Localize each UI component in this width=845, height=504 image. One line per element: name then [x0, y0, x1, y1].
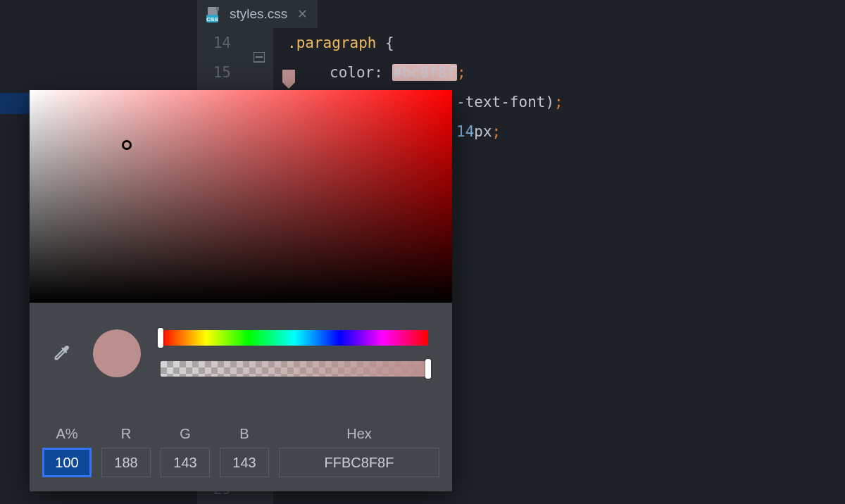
- r-label: R: [121, 426, 131, 442]
- alpha-label: A%: [56, 426, 77, 442]
- css-file-icon: CSS: [206, 6, 223, 23]
- editor-tab-styles-css[interactable]: CSS styles.css ✕: [197, 0, 318, 28]
- sidebar-selection-highlight: [0, 93, 34, 114]
- line-number: 15: [197, 58, 231, 87]
- tab-filename-label: styles.css: [230, 6, 287, 22]
- alpha-input[interactable]: 100: [42, 448, 92, 477]
- hue-slider[interactable]: [161, 330, 428, 346]
- sv-cursor-handle[interactable]: [122, 140, 132, 150]
- red-input[interactable]: 188: [101, 448, 151, 477]
- hue-slider-thumb[interactable]: [158, 328, 163, 348]
- green-input-group: G 143: [161, 426, 210, 477]
- close-icon[interactable]: ✕: [297, 6, 308, 22]
- code-line[interactable]: color: #bc8f8f;: [273, 58, 845, 87]
- hex-label: Hex: [346, 426, 372, 442]
- alpha-slider-thumb[interactable]: [425, 359, 431, 379]
- hex-input[interactable]: FFBC8F8F: [279, 448, 439, 477]
- line-number: 14: [197, 28, 231, 58]
- editor-tab-bar: CSS styles.css ✕: [197, 0, 845, 28]
- code-line[interactable]: .paragraph {: [273, 28, 845, 58]
- color-preview-circle: [93, 329, 141, 377]
- css-hex-value-token: #bc8f8f: [392, 64, 458, 81]
- green-input[interactable]: 143: [161, 448, 210, 477]
- hex-input-group: Hex FFBC8F8F: [279, 426, 439, 477]
- css-selector-token: .paragraph: [287, 34, 376, 51]
- blue-input[interactable]: 143: [220, 448, 269, 477]
- alpha-slider[interactable]: [161, 361, 428, 377]
- eyedropper-icon: [51, 344, 71, 363]
- svg-text:CSS: CSS: [206, 16, 218, 23]
- saturation-value-field[interactable]: [30, 90, 452, 303]
- red-input-group: R 188: [101, 426, 151, 477]
- color-picker-popup: A% 100 R 188 G 143 B 143 Hex FFBC8F8F: [30, 90, 452, 491]
- eyedropper-button[interactable]: [30, 320, 93, 387]
- g-label: G: [180, 426, 191, 442]
- blue-input-group: B 143: [220, 426, 269, 477]
- css-brace-token: {: [376, 34, 394, 51]
- css-property-token: color: [330, 64, 374, 81]
- alpha-input-group: A% 100: [42, 426, 92, 477]
- svg-rect-1: [216, 7, 219, 11]
- b-label: B: [239, 426, 249, 442]
- fold-collapse-icon[interactable]: [254, 44, 265, 55]
